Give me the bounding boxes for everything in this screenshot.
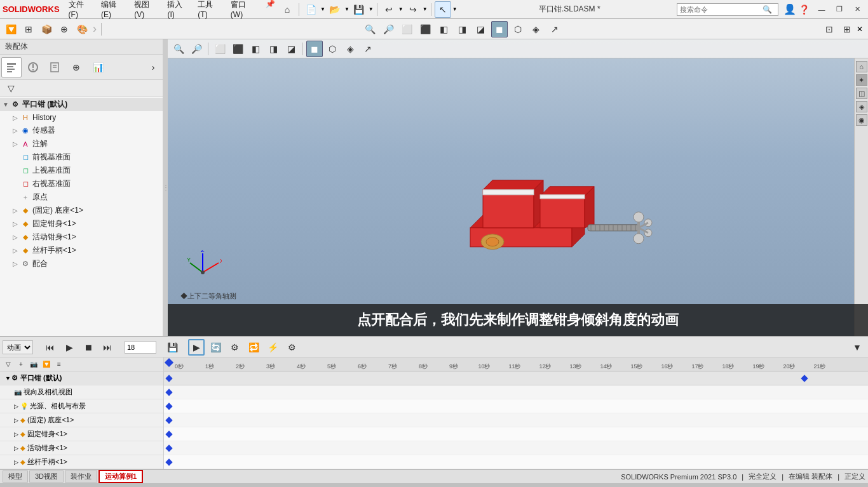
tl-item-base[interactable]: ▷ ◆ (固定) 底座<1> bbox=[0, 413, 163, 427]
tree-item-moving-jaw[interactable]: ▷ ◆ 活动钳身<1> bbox=[0, 230, 163, 244]
vp-view5[interactable]: ◪ bbox=[283, 41, 299, 57]
undo-button[interactable]: ↩ bbox=[381, 1, 397, 18]
tl-add-btn[interactable]: + bbox=[15, 359, 27, 370]
tl-lights-expand[interactable]: ▷ bbox=[14, 403, 20, 410]
new-doc-arrow[interactable]: ▼ bbox=[320, 6, 325, 12]
zoom-icon[interactable]: 🔍 bbox=[362, 21, 379, 37]
select-button[interactable]: ↖ bbox=[435, 1, 451, 18]
root-expand-icon[interactable]: ▼ bbox=[3, 101, 10, 108]
tree-item-origin[interactable]: + 原点 bbox=[0, 190, 163, 204]
tree-item-screw-handle[interactable]: ▷ ◆ 丝杆手柄<1> bbox=[0, 244, 163, 257]
right-layer-icon[interactable]: ◫ bbox=[856, 88, 867, 99]
save-arrow[interactable]: ▼ bbox=[369, 6, 374, 12]
panel-tab-configman[interactable] bbox=[44, 57, 65, 77]
tl-root-expand[interactable]: ▼ bbox=[5, 375, 11, 382]
open-arrow[interactable]: ▼ bbox=[344, 6, 349, 12]
menu-view[interactable]: 视图(V) bbox=[130, 0, 161, 20]
tl-filter2-btn[interactable]: 🔽 bbox=[41, 359, 52, 370]
panel-tab-chart[interactable]: 📊 bbox=[88, 57, 108, 77]
tl-screw-expand[interactable]: ▷ bbox=[14, 459, 20, 465]
undo-arrow[interactable]: ▼ bbox=[398, 6, 403, 12]
search-icon[interactable]: 🔍 bbox=[763, 5, 772, 14]
tl-item-screw[interactable]: ▷ ◆ 丝杆手柄<1> bbox=[0, 455, 163, 469]
viewport-minimize[interactable]: ⊡ bbox=[821, 21, 837, 37]
status-tab-model[interactable]: 模型 bbox=[3, 470, 28, 483]
tl-base-expand[interactable]: ▷ bbox=[14, 417, 20, 424]
tl-item-camera[interactable]: 📷 视向及相机视图 bbox=[0, 385, 163, 399]
tree-item-fixed-jaw[interactable]: ▷ ◆ 固定钳身<1> bbox=[0, 217, 163, 230]
view-orient4[interactable]: ◨ bbox=[454, 21, 471, 37]
tree-item-history[interactable]: ▷ H History bbox=[0, 111, 163, 124]
play-back-start[interactable]: ⏮ bbox=[42, 339, 58, 356]
right-star-icon[interactable]: ✦ bbox=[856, 74, 867, 86]
status-tab-motion[interactable]: 运动算例1 bbox=[98, 470, 143, 483]
timeline-tracks-area[interactable]: 0秒 1秒 2秒 3秒 4秒 5秒 6秒 7秒 8秒 9秒 10秒 11秒 12… bbox=[164, 357, 868, 469]
status-tab-3dview[interactable]: 3D视图 bbox=[29, 470, 64, 483]
user-icon[interactable]: 👤 bbox=[783, 3, 796, 15]
vp-zoom-fit[interactable]: 🔍 bbox=[170, 41, 187, 57]
save-button[interactable]: 💾 bbox=[351, 1, 367, 18]
view-extra[interactable]: ↗ bbox=[546, 21, 563, 37]
tl-fixjaw-expand[interactable]: ▷ bbox=[14, 431, 20, 437]
anim-icon4[interactable]: 🔁 bbox=[245, 339, 262, 356]
search-input[interactable] bbox=[680, 6, 763, 13]
viewport-close[interactable]: ✕ bbox=[857, 25, 863, 34]
status-tab-assembly[interactable]: 装作业 bbox=[65, 470, 97, 483]
tl-filter-btn[interactable]: ▽ bbox=[3, 359, 14, 370]
menu-window[interactable]: 窗口(W) bbox=[227, 0, 259, 20]
frame-input[interactable]: 18 bbox=[127, 344, 135, 351]
filter-icon[interactable]: ▽ bbox=[3, 80, 19, 97]
menu-tools[interactable]: 工具(T) bbox=[194, 0, 224, 20]
anim-icon2[interactable]: 🔄 bbox=[207, 339, 224, 356]
save-anim-btn[interactable]: 💾 bbox=[164, 339, 180, 356]
panel-tab-propman[interactable] bbox=[23, 57, 43, 77]
redo-arrow[interactable]: ▼ bbox=[423, 6, 428, 12]
right-target-icon[interactable]: ◉ bbox=[856, 114, 867, 126]
menu-edit[interactable]: 编辑(E) bbox=[97, 0, 128, 20]
minimize-button[interactable]: — bbox=[813, 3, 830, 17]
tree-item-mates[interactable]: ▷ ⚙ 配合 bbox=[0, 257, 163, 270]
tb-filter-icon[interactable]: 🔽 bbox=[3, 21, 19, 37]
tree-item-top-plane[interactable]: ◻ 上视基准面 bbox=[0, 164, 163, 177]
panel-expand-btn[interactable]: › bbox=[145, 59, 161, 76]
tb-parts-icon[interactable]: 📦 bbox=[38, 21, 55, 37]
new-doc-button[interactable]: 📄 bbox=[302, 1, 319, 18]
view-orient1[interactable]: ⬜ bbox=[399, 21, 416, 37]
tb-reference-icon[interactable]: ⊕ bbox=[56, 21, 72, 37]
vp-view3[interactable]: ◧ bbox=[247, 41, 264, 57]
view-light[interactable]: ◈ bbox=[528, 21, 545, 37]
anim-icon3[interactable]: ⚙ bbox=[226, 339, 243, 356]
tl-item-fixed-jaw[interactable]: ▷ ◆ 固定钳身<1> bbox=[0, 427, 163, 441]
vp-shade1[interactable]: ◼ bbox=[306, 41, 323, 57]
tl-camera-btn[interactable]: 📷 bbox=[28, 359, 39, 370]
anim-settings[interactable]: ⚙ bbox=[283, 339, 300, 356]
vp-view1[interactable]: ⬜ bbox=[212, 41, 228, 57]
view-section[interactable]: ◪ bbox=[473, 21, 489, 37]
tl-movjaw-expand[interactable]: ▷ bbox=[14, 445, 20, 451]
tl-root[interactable]: ▼ ⚙ 平口钳 (默认) bbox=[0, 371, 163, 385]
panel-tab-featureman[interactable] bbox=[1, 57, 22, 77]
search-bar[interactable]: 🔍 bbox=[677, 3, 778, 16]
tree-root[interactable]: ▼ ⚙ 平口钳 (默认) bbox=[0, 98, 163, 111]
view-orient2[interactable]: ⬛ bbox=[417, 21, 434, 37]
view-orient3[interactable]: ◧ bbox=[436, 21, 452, 37]
redo-button[interactable]: ↪ bbox=[405, 1, 421, 18]
close-button[interactable]: ✕ bbox=[849, 3, 865, 17]
select-arrow[interactable]: ▼ bbox=[452, 6, 458, 12]
home-button[interactable]: ⌂ bbox=[279, 1, 295, 18]
vp-view2[interactable]: ⬛ bbox=[229, 41, 246, 57]
timeline-collapse[interactable]: ▼ bbox=[849, 339, 865, 356]
anim-icon5[interactable]: ⚡ bbox=[264, 339, 281, 356]
menu-insert[interactable]: 插入(I) bbox=[163, 0, 191, 20]
tl-item-lights[interactable]: ▷ 💡 光源、相机与布景 bbox=[0, 399, 163, 413]
right-home-icon[interactable]: ⌂ bbox=[856, 61, 867, 72]
restore-button[interactable]: ❐ bbox=[831, 3, 848, 17]
play-forward-end[interactable]: ⏭ bbox=[99, 339, 116, 356]
vp-sections[interactable]: ↗ bbox=[360, 41, 376, 57]
tb-assembly-icon[interactable]: ⊞ bbox=[20, 21, 37, 37]
view-wire[interactable]: ⬡ bbox=[510, 21, 526, 37]
open-button[interactable]: 📂 bbox=[327, 1, 343, 18]
menu-pin[interactable]: 📌 bbox=[262, 0, 279, 20]
viewport-restore[interactable]: ⊞ bbox=[839, 21, 855, 37]
play-button[interactable]: ▶ bbox=[61, 339, 78, 356]
